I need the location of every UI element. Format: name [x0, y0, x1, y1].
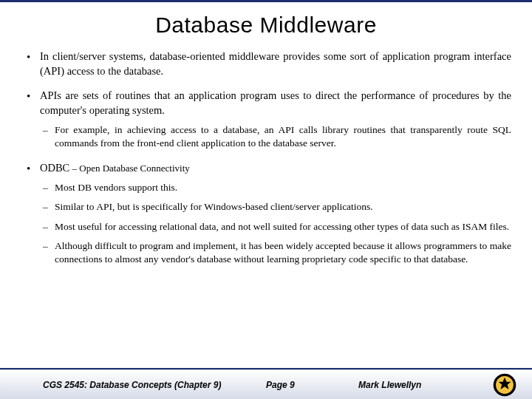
- sub-bullet-list: Most DB vendors support this. Similar to…: [40, 181, 511, 266]
- odbc-term: ODBC: [40, 162, 69, 174]
- sub-bullet-item: Most DB vendors support this.: [40, 181, 511, 194]
- footer-course: CGS 2545: Database Concepts (Chapter 9): [43, 380, 221, 390]
- sub-bullet-list: For example, in achieving access to a da…: [40, 123, 511, 150]
- bullet-list: In client/server systems, database-orien…: [24, 50, 511, 266]
- slide-title: Database Middleware: [0, 13, 532, 38]
- footer-bar: CGS 2545: Database Concepts (Chapter 9) …: [0, 369, 532, 399]
- footer-author: Mark Llewellyn: [358, 380, 421, 390]
- bullet-item: In client/server systems, database-orien…: [24, 50, 511, 78]
- footer: CGS 2545: Database Concepts (Chapter 9) …: [0, 368, 532, 399]
- footer-page: Page 9: [266, 380, 295, 390]
- bullet-item: ODBC – Open Database Connectivity Most D…: [24, 161, 511, 267]
- sub-bullet-item: For example, in achieving access to a da…: [40, 123, 511, 150]
- ucf-logo-icon: [492, 372, 517, 398]
- odbc-expansion: – Open Database Connectivity: [69, 163, 189, 174]
- sub-bullet-item: Although difficult to program and implem…: [40, 239, 511, 266]
- bullet-item: APIs are sets of routines that an applic…: [24, 89, 511, 151]
- sub-bullet-item: Similar to API, but is specifically for …: [40, 200, 511, 214]
- sub-bullet-item: Most useful for accessing relational dat…: [40, 220, 511, 233]
- bullet-text: APIs are sets of routines that an applic…: [40, 89, 511, 116]
- top-rule: [0, 0, 532, 2]
- slide-body: In client/server systems, database-orien…: [0, 50, 532, 266]
